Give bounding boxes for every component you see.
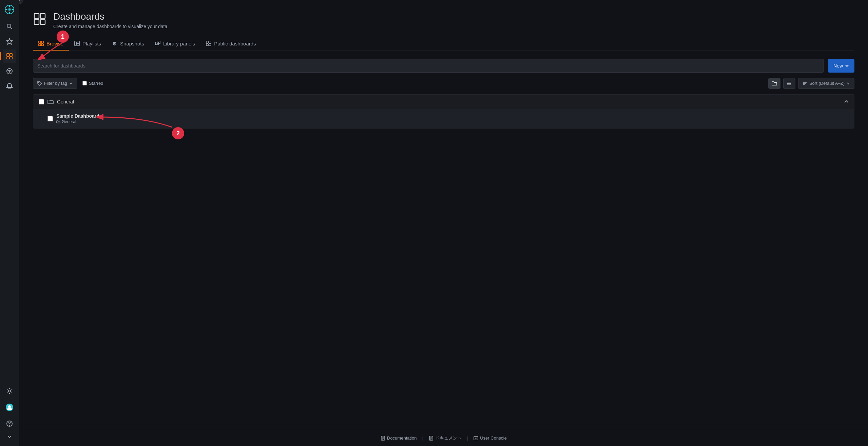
filter-tag-label: Filter by tag [44,81,67,86]
sort-button[interactable]: Sort (Default A–Z) [798,78,854,89]
doc-icon [381,436,385,441]
footer-documentation-link[interactable]: Documentation [381,435,417,441]
folder-header-general[interactable]: General [33,95,854,109]
chevron-down-icon [7,434,12,439]
search-input-wrap [33,59,824,73]
footer-console-link[interactable]: User Console [474,435,507,441]
sidebar-collapse-chevron[interactable] [3,432,16,441]
question-icon [6,420,13,427]
footer-console-label: User Console [480,435,507,441]
tab-snapshots[interactable]: Snapshots [107,37,150,51]
dashboard-item-sample[interactable]: Sample Dashboard General [33,109,854,128]
doc-icon-2 [429,436,433,441]
folder-header-left: General [39,99,841,105]
tag-icon [37,81,42,86]
new-button-label: New [833,63,843,69]
dashboard-sample-name: Sample Dashboard [56,113,849,119]
svg-marker-29 [76,42,78,44]
svg-point-17 [8,405,11,408]
svg-rect-10 [7,54,9,56]
svg-rect-34 [206,41,208,43]
starred-checkbox[interactable] [82,81,87,85]
footer-japanese-label: ドキュメント [435,435,462,441]
explore-icon [6,68,13,75]
sort-chevron-icon [847,82,850,85]
dashboard-sample-folder: General [56,119,849,124]
search-input[interactable] [33,59,824,73]
tab-browse-label: Browse [46,41,63,46]
sort-label: Sort (Default A–Z) [809,81,845,86]
search-icon [6,23,13,30]
tab-library-panels[interactable]: Library panels [150,37,200,51]
snapshots-icon [112,41,117,46]
sidebar-item-settings[interactable] [3,384,16,398]
tab-playlists-label: Playlists [82,41,101,46]
list-view-icon [787,81,792,86]
dashboard-sample-info: Sample Dashboard General [56,113,849,124]
page-content: Dashboards Create and manage dashboards … [19,0,868,430]
gear-icon [6,388,13,394]
console-icon [474,436,478,441]
main-content: › Dashboards Create and manage dashboard… [19,0,868,446]
tab-public-dashboards[interactable]: Public dashboards [200,37,261,51]
svg-point-31 [114,43,115,44]
svg-point-15 [8,390,11,392]
grafana-logo[interactable] [3,3,16,16]
svg-rect-37 [209,44,211,46]
filter-chevron-icon [69,82,73,85]
footer-separator-2: | [467,435,468,441]
view-controls: Sort (Default A–Z) [768,78,854,89]
svg-rect-23 [40,20,45,24]
sidebar-item-dashboards[interactable] [3,50,16,63]
folder-collapse-icon [844,99,849,104]
library-panels-icon [155,41,160,46]
svg-point-19 [9,425,10,426]
tab-playlists[interactable]: Playlists [69,37,107,51]
dashboards-icon [6,53,13,60]
svg-rect-12 [7,57,9,59]
filter-row: Filter by tag Starred [33,78,854,89]
svg-rect-55 [474,437,478,440]
star-icon [6,38,13,45]
svg-rect-21 [40,14,45,18]
folder-general-checkbox[interactable] [39,99,44,104]
svg-point-7 [7,24,11,28]
new-button[interactable]: New [828,59,854,73]
sidebar-item-starred[interactable] [3,35,16,48]
footer-separator-1: | [422,435,423,441]
tab-library-panels-label: Library panels [163,41,195,46]
browse-icon [38,41,44,46]
folder-general-name: General [57,99,74,104]
svg-line-8 [11,27,12,29]
footer-documentation-label: Documentation [387,435,417,441]
view-folder-button[interactable] [768,78,780,89]
sort-icon [803,81,807,86]
svg-rect-25 [41,41,43,43]
svg-marker-9 [7,39,13,44]
page-title: Dashboards [53,11,167,22]
svg-rect-36 [206,44,208,46]
tab-browse[interactable]: Browse [33,37,69,51]
tab-snapshots-label: Snapshots [120,41,144,46]
sidebar-item-search[interactable] [3,20,16,33]
sidebar-item-profile[interactable] [3,401,16,414]
tabs-bar: Browse Playlists Snapshots [33,37,854,51]
svg-rect-20 [34,14,39,18]
bell-icon [6,83,13,90]
svg-rect-35 [209,41,211,43]
footer-japanese-link[interactable]: ドキュメント [429,435,462,441]
svg-rect-24 [39,41,41,43]
folder-view-icon [772,81,777,86]
content-wrapper: Dashboards Create and manage dashboards … [19,0,868,446]
sidebar-item-help[interactable] [3,417,16,430]
dashboard-sample-checkbox[interactable] [47,116,53,121]
view-list-button[interactable] [783,78,795,89]
dashboard-sample-folder-name: General [62,119,76,124]
sidebar [0,0,19,446]
search-row: New [33,59,854,73]
sidebar-item-explore[interactable] [3,64,16,78]
filter-by-tag-button[interactable]: Filter by tag [33,78,77,89]
starred-filter[interactable]: Starred [82,81,103,86]
svg-rect-22 [34,20,39,24]
sidebar-item-alerting[interactable] [3,79,16,93]
